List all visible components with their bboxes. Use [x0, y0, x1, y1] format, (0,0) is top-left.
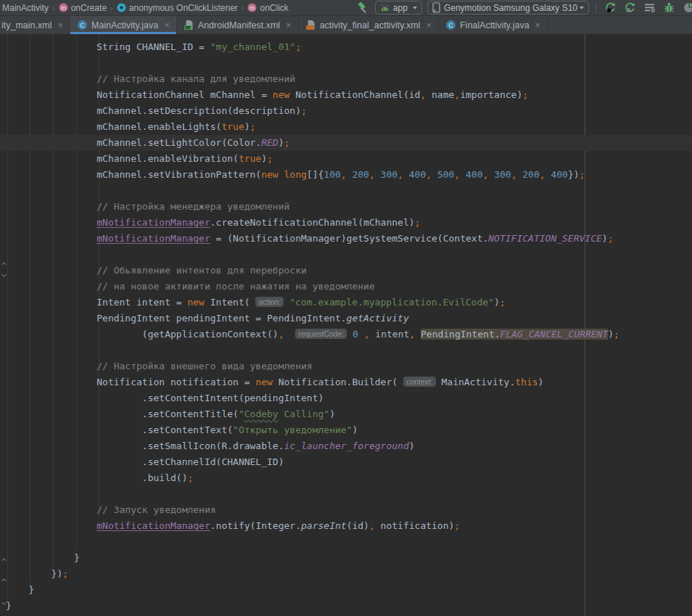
tab-ity-main-xml[interactable]: ity_main.xml× [0, 16, 70, 34]
tab-close-icon[interactable]: × [535, 20, 541, 30]
java-class-icon: C [445, 20, 456, 30]
svg-text:m: m [61, 4, 66, 12]
svg-text:C: C [448, 22, 453, 29]
apply-code-changes-icon[interactable]: A [622, 1, 637, 15]
main-toolbar: MainActivity›monCreate›anonymous OnClick… [0, 0, 692, 16]
tab-close-icon[interactable]: × [164, 20, 170, 30]
code-line[interactable]: .setContentTitle("Codeby Calling") [6, 406, 692, 422]
code-line[interactable]: } [6, 582, 692, 598]
code-line[interactable] [6, 342, 692, 358]
code-line[interactable]: // на новое активити после нажатия на ув… [6, 279, 692, 295]
breadcrumb-separator: › [241, 4, 245, 12]
code-line[interactable]: mNotificationManager.notify(Integer.pars… [6, 518, 692, 534]
tab-label: AndroidManifest.xml [198, 20, 280, 30]
code-line[interactable]: mChannel.enableVibration(true); [6, 151, 692, 167]
svg-text:m: m [250, 4, 255, 12]
toolbar-separator [596, 3, 596, 13]
chevron-down-icon [580, 7, 584, 9]
tab-androidmanifest-xml[interactable]: MFAndroidManifest.xml× [177, 16, 299, 34]
code-line[interactable] [6, 486, 692, 502]
code-line[interactable]: } [6, 550, 692, 566]
breadcrumb-separator: › [52, 4, 56, 12]
tab-close-icon[interactable]: × [286, 20, 292, 30]
device-selector[interactable]: Genymotion Samsung Galaxy S10 [427, 1, 589, 15]
tab-bar: ity_main.xml×CMainActivity.java×MFAndroi… [0, 16, 692, 34]
fold-marker-icon[interactable] [1, 272, 7, 279]
fold-marker-icon[interactable] [1, 260, 7, 267]
svg-text:MF: MF [185, 25, 191, 30]
debug-icon[interactable] [662, 1, 676, 15]
run-list-icon[interactable] [642, 1, 656, 15]
code-line[interactable]: // Настройка канала для уведомлений [6, 71, 692, 87]
fold-marker-icon[interactable] [1, 600, 7, 607]
code-line[interactable] [6, 183, 692, 199]
tab-close-icon[interactable]: × [426, 20, 432, 30]
svg-text:A: A [626, 7, 631, 14]
tab-close-icon[interactable]: × [57, 20, 63, 30]
tab-label: ity_main.xml [1, 20, 52, 30]
tab-finalacttivity-java[interactable]: CFinalActtivity.java× [439, 16, 548, 34]
code-line[interactable]: PendingIntent pendingIntent = PendingInt… [6, 311, 692, 327]
code-line[interactable]: String CHANNEL_ID = "my_channel_01"; [6, 39, 692, 55]
profiler-icon[interactable] [681, 1, 692, 15]
code-line[interactable]: // Обьявление интентов для переброски [6, 263, 692, 279]
method-icon: m [247, 3, 257, 12]
breadcrumb-item[interactable]: onCreate [71, 3, 107, 13]
code-line[interactable]: mNotificationManager.createNotificationC… [6, 215, 692, 231]
device-phone-icon [432, 2, 440, 13]
chevron-down-icon [413, 7, 417, 9]
code-line[interactable]: // Настройка менеджера уведомлений [6, 199, 692, 215]
code-line[interactable] [6, 55, 692, 71]
tab-mainactivity-java[interactable]: CMainActivity.java× [70, 16, 177, 34]
apply-changes-icon[interactable] [603, 1, 617, 15]
code-line[interactable] [6, 247, 692, 263]
code-line[interactable]: mChannel.setVibrationPattern(new long[]{… [6, 167, 692, 183]
tab-label: activity_final_acttivity.xml [320, 20, 421, 30]
tab-label: MainActivity.java [91, 20, 158, 30]
code-area[interactable]: String CHANNEL_ID = "my_channel_01"; // … [6, 39, 692, 614]
manifest-file-icon: MF [184, 20, 194, 30]
code-line[interactable]: mChannel.setDescription(description); [6, 103, 692, 119]
java-class-icon: C [77, 20, 88, 30]
breadcrumb-item[interactable]: anonymous OnClickListener [129, 3, 238, 13]
code-line[interactable]: Intent intent = new Intent( action: "com… [6, 295, 692, 311]
fold-marker-icon[interactable] [1, 557, 7, 563]
code-line[interactable]: } [6, 598, 692, 614]
code-line[interactable]: .setContentText("Открыть уведомление") [6, 422, 692, 438]
code-line[interactable]: mChannel.enableLights(true); [6, 119, 692, 135]
code-line[interactable] [6, 534, 692, 550]
code-line[interactable]: // Запуск уведомления [6, 502, 692, 518]
tab-label: FinalActtivity.java [460, 20, 530, 30]
breadcrumb-separator: › [110, 4, 114, 12]
layout-file-icon [305, 20, 316, 30]
code-line[interactable]: .setChannelId(CHANNEL_ID) [6, 454, 692, 470]
code-line[interactable]: // Настройка внешнего вида уведомления [6, 358, 692, 374]
code-line[interactable]: .setContentIntent(pendingIntent) [6, 390, 692, 406]
code-line[interactable]: Notification notification = new Notifica… [6, 374, 692, 390]
code-line[interactable]: .setSmallIcon(R.drawable.ic_launcher_for… [6, 438, 692, 454]
breadcrumb[interactable]: MainActivity›monCreate›anonymous OnClick… [0, 3, 289, 13]
device-label: Genymotion Samsung Galaxy S10 [444, 3, 577, 13]
svg-text:C: C [80, 22, 85, 29]
code-line[interactable]: (getApplicationContext(), requestCode: 0… [6, 327, 692, 342]
anonymous-class-icon [117, 3, 126, 12]
fold-marker-icon[interactable] [1, 577, 7, 583]
run-config-label: app [393, 3, 408, 13]
android-app-icon [380, 3, 390, 12]
editor[interactable]: String CHANNEL_ID = "my_channel_01"; // … [0, 34, 692, 616]
breadcrumb-item[interactable]: MainActivity [2, 3, 49, 13]
code-line[interactable]: .build(); [6, 470, 692, 486]
build-hammer-icon[interactable] [355, 1, 370, 15]
code-line[interactable]: mNotificationManager = (NotificationMana… [6, 231, 692, 247]
code-line[interactable]: }); [6, 566, 692, 582]
code-line[interactable]: NotificationChannel mChannel = new Notif… [6, 87, 692, 103]
breadcrumb-item[interactable]: onClick [260, 3, 288, 13]
method-icon: m [59, 3, 68, 12]
code-line[interactable]: mChannel.setLightColor(Color.RED); [0, 135, 692, 151]
toolbar-actions: app Genymotion Samsung Galaxy S10 [355, 1, 692, 15]
tab-activity-final-acttivity-xml[interactable]: activity_final_acttivity.xml× [299, 16, 439, 34]
run-config-selector[interactable]: app [375, 1, 422, 15]
